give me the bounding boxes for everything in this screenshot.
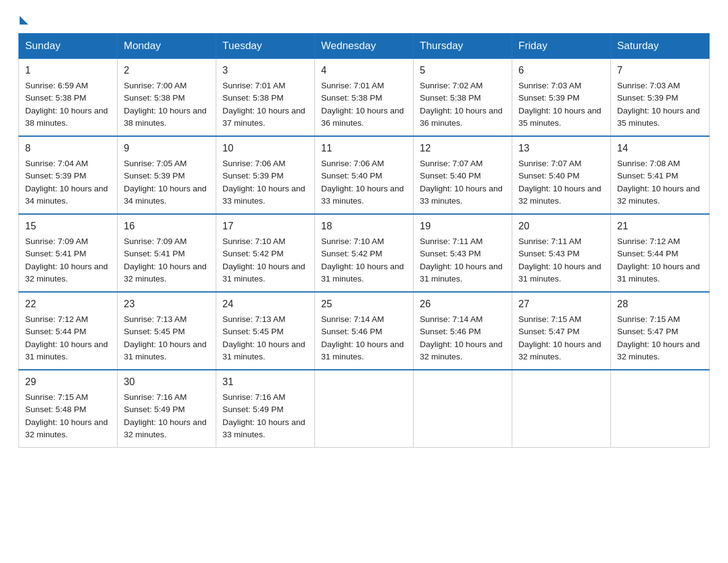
day-number: 1 — [25, 63, 111, 78]
day-number: 26 — [420, 297, 506, 312]
calendar-cell: 25Sunrise: 7:14 AMSunset: 5:46 PMDayligh… — [315, 292, 414, 370]
day-number: 19 — [420, 219, 506, 234]
day-number: 18 — [321, 219, 407, 234]
calendar-cell: 1Sunrise: 6:59 AMSunset: 5:38 PMDaylight… — [19, 59, 118, 137]
calendar-cell: 9Sunrise: 7:05 AMSunset: 5:39 PMDaylight… — [118, 136, 216, 214]
day-number: 4 — [321, 63, 407, 78]
day-number: 15 — [25, 219, 111, 234]
logo — [18, 12, 28, 22]
day-number: 17 — [222, 219, 308, 234]
calendar-cell: 16Sunrise: 7:09 AMSunset: 5:41 PMDayligh… — [118, 214, 216, 292]
day-number: 14 — [617, 141, 703, 156]
calendar-cell: 6Sunrise: 7:03 AMSunset: 5:39 PMDaylight… — [512, 59, 611, 137]
day-number: 13 — [518, 141, 604, 156]
logo-arrow-icon — [20, 16, 28, 25]
calendar-cell: 18Sunrise: 7:10 AMSunset: 5:42 PMDayligh… — [315, 214, 414, 292]
calendar-cell — [512, 370, 611, 448]
calendar-cell: 11Sunrise: 7:06 AMSunset: 5:40 PMDayligh… — [315, 136, 414, 214]
day-number: 12 — [420, 141, 506, 156]
day-number: 29 — [25, 375, 111, 389]
day-header-saturday: Saturday — [611, 34, 710, 59]
day-number: 6 — [518, 63, 604, 78]
calendar-cell: 15Sunrise: 7:09 AMSunset: 5:41 PMDayligh… — [19, 214, 118, 292]
calendar-cell: 28Sunrise: 7:15 AMSunset: 5:47 PMDayligh… — [611, 292, 710, 370]
week-row-2: 8Sunrise: 7:04 AMSunset: 5:39 PMDaylight… — [19, 136, 710, 214]
day-header-sunday: Sunday — [19, 34, 118, 59]
calendar-cell: 24Sunrise: 7:13 AMSunset: 5:45 PMDayligh… — [216, 292, 315, 370]
day-header-thursday: Thursday — [414, 34, 512, 59]
week-row-4: 22Sunrise: 7:12 AMSunset: 5:44 PMDayligh… — [19, 292, 710, 370]
day-number: 3 — [222, 63, 308, 78]
day-number: 21 — [617, 219, 703, 234]
calendar-cell: 4Sunrise: 7:01 AMSunset: 5:38 PMDaylight… — [315, 59, 414, 137]
day-number: 23 — [124, 297, 210, 312]
calendar-cell: 12Sunrise: 7:07 AMSunset: 5:40 PMDayligh… — [414, 136, 512, 214]
calendar-cell: 20Sunrise: 7:11 AMSunset: 5:43 PMDayligh… — [512, 214, 611, 292]
day-number: 7 — [617, 63, 703, 78]
week-row-5: 29Sunrise: 7:15 AMSunset: 5:48 PMDayligh… — [19, 370, 710, 448]
calendar-cell: 27Sunrise: 7:15 AMSunset: 5:47 PMDayligh… — [512, 292, 611, 370]
day-number: 25 — [321, 297, 407, 312]
calendar-cell: 29Sunrise: 7:15 AMSunset: 5:48 PMDayligh… — [19, 370, 118, 448]
calendar-header-row: SundayMondayTuesdayWednesdayThursdayFrid… — [19, 34, 710, 59]
day-header-friday: Friday — [512, 34, 611, 59]
calendar-cell: 19Sunrise: 7:11 AMSunset: 5:43 PMDayligh… — [414, 214, 512, 292]
calendar-cell: 30Sunrise: 7:16 AMSunset: 5:49 PMDayligh… — [118, 370, 216, 448]
day-number: 20 — [518, 219, 604, 234]
calendar-cell — [611, 370, 710, 448]
day-number: 31 — [222, 375, 308, 389]
day-number: 10 — [222, 141, 308, 156]
day-number: 22 — [25, 297, 111, 312]
calendar-cell: 26Sunrise: 7:14 AMSunset: 5:46 PMDayligh… — [414, 292, 512, 370]
day-number: 16 — [124, 219, 210, 234]
calendar-table: SundayMondayTuesdayWednesdayThursdayFrid… — [18, 33, 710, 448]
calendar-cell: 22Sunrise: 7:12 AMSunset: 5:44 PMDayligh… — [19, 292, 118, 370]
day-number: 2 — [124, 63, 210, 78]
week-row-3: 15Sunrise: 7:09 AMSunset: 5:41 PMDayligh… — [19, 214, 710, 292]
calendar-cell: 3Sunrise: 7:01 AMSunset: 5:38 PMDaylight… — [216, 59, 315, 137]
calendar-cell: 23Sunrise: 7:13 AMSunset: 5:45 PMDayligh… — [118, 292, 216, 370]
calendar-cell: 8Sunrise: 7:04 AMSunset: 5:39 PMDaylight… — [19, 136, 118, 214]
day-number: 30 — [124, 375, 210, 389]
day-number: 8 — [25, 141, 111, 156]
calendar-cell: 21Sunrise: 7:12 AMSunset: 5:44 PMDayligh… — [611, 214, 710, 292]
day-number: 11 — [321, 141, 407, 156]
day-number: 27 — [518, 297, 604, 312]
day-number: 24 — [222, 297, 308, 312]
day-number: 28 — [617, 297, 703, 312]
calendar-cell: 31Sunrise: 7:16 AMSunset: 5:49 PMDayligh… — [216, 370, 315, 448]
page-header — [18, 12, 710, 22]
day-header-tuesday: Tuesday — [216, 34, 315, 59]
day-number: 9 — [124, 141, 210, 156]
day-header-monday: Monday — [118, 34, 216, 59]
day-number: 5 — [420, 63, 506, 78]
day-header-wednesday: Wednesday — [315, 34, 414, 59]
calendar-cell — [315, 370, 414, 448]
calendar-cell: 2Sunrise: 7:00 AMSunset: 5:38 PMDaylight… — [118, 59, 216, 137]
calendar-cell — [414, 370, 512, 448]
week-row-1: 1Sunrise: 6:59 AMSunset: 5:38 PMDaylight… — [19, 59, 710, 137]
calendar-cell: 5Sunrise: 7:02 AMSunset: 5:38 PMDaylight… — [414, 59, 512, 137]
calendar-cell: 7Sunrise: 7:03 AMSunset: 5:39 PMDaylight… — [611, 59, 710, 137]
calendar-cell: 14Sunrise: 7:08 AMSunset: 5:41 PMDayligh… — [611, 136, 710, 214]
calendar-cell: 13Sunrise: 7:07 AMSunset: 5:40 PMDayligh… — [512, 136, 611, 214]
calendar-cell: 10Sunrise: 7:06 AMSunset: 5:39 PMDayligh… — [216, 136, 315, 214]
calendar-cell: 17Sunrise: 7:10 AMSunset: 5:42 PMDayligh… — [216, 214, 315, 292]
